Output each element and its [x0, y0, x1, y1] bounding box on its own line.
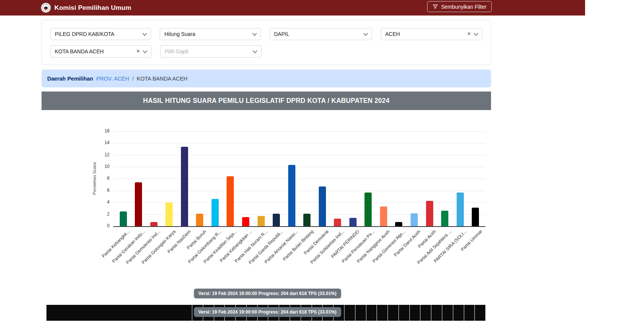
brand-title: Komisi Pemilihan Umum	[54, 4, 131, 12]
chevron-down-icon	[473, 32, 479, 37]
select-pilih-dapil[interactable]: Pilih Dapil	[160, 45, 261, 57]
bar-partai-aceh[interactable]	[426, 201, 433, 227]
bar-partai-buruh[interactable]	[196, 214, 203, 226]
chevron-down-icon	[363, 32, 368, 37]
gridline	[113, 167, 485, 167]
gridline	[113, 131, 485, 132]
table-header-cell	[377, 305, 388, 321]
table-header-cell	[355, 305, 366, 321]
bar-partai-gerakan-indo[interactable]	[135, 182, 142, 226]
select-provinsi-value: ACEH	[385, 31, 400, 37]
filter-row-2: KOTA BANDA ACEH×Pilih Dapil	[50, 45, 482, 57]
bar-partai-generasi-atje[interactable]	[395, 222, 402, 226]
table-header-cell	[464, 305, 475, 321]
bar-partai-adil-sejahtera[interactable]	[441, 211, 448, 226]
clear-icon[interactable]: ×	[136, 48, 140, 54]
select-kab-kota[interactable]: KOTA BANDA ACEH×	[50, 45, 151, 57]
select-pilih-dapil-value: Pilih Dapil	[165, 48, 188, 54]
kpu-logo-icon	[41, 3, 51, 13]
table-header-cell	[431, 305, 442, 321]
bar-partai-kebangkitan[interactable]	[242, 217, 249, 226]
bar-partai-garda-republi[interactable]	[273, 214, 280, 226]
bar-partai-nanggroe-aceh[interactable]	[380, 207, 387, 226]
chart-title: HASIL HITUNG SUARA PEMILU LEGISLATIF DPR…	[42, 92, 491, 110]
bar-partai-demokrasi-ind[interactable]	[150, 222, 158, 226]
version-progress-badge: Versi: 19 Feb 2024 19:00:00 Progress: 20…	[194, 289, 341, 298]
filter-card: PILEG DPRD KAB/KOTAHitung SuaraDAPILACEH…	[42, 20, 491, 65]
brand-home-link[interactable]: Komisi Pemilihan Umum	[41, 3, 131, 13]
bar-partai-golongan-karya[interactable]	[165, 202, 173, 226]
chevron-down-icon	[252, 32, 257, 37]
y-axis-tick: 6	[94, 188, 110, 193]
select-jenis-pemilu-value: PILEG DPRD KAB/KOTA	[55, 31, 114, 37]
select-hitung-suara-value: Hitung Suara	[164, 31, 195, 37]
breadcrumb-current: KOTA BANDA ACEH	[137, 76, 187, 82]
clear-icon[interactable]: ×	[467, 30, 471, 37]
y-axis-tick: 0	[94, 223, 110, 228]
y-axis-tick: 8	[94, 175, 110, 181]
page: Komisi Pemilihan Umum Sembunyikan Filter…	[0, 0, 644, 323]
app-header: Komisi Pemilihan Umum Sembunyikan Filter	[0, 0, 585, 16]
bar-partai-amanat-nasio[interactable]	[288, 165, 295, 226]
y-axis-tick: 12	[94, 152, 110, 157]
table-header-cell	[388, 305, 398, 321]
bar-partai-perindo[interactable]	[349, 218, 357, 226]
chevron-down-icon	[142, 32, 147, 37]
bar-partai-kebangkit[interactable]	[120, 211, 127, 226]
breadcrumb: Daerah Pemilihan PROV. ACEH / KOTA BANDA…	[42, 70, 491, 87]
chevron-down-icon	[252, 49, 258, 54]
y-axis-tick: 14	[94, 140, 110, 145]
table-header-cell	[453, 305, 464, 321]
bar-partai-solidaritas-ind[interactable]	[334, 219, 341, 226]
bar-partai-bulan-bintang[interactable]	[303, 214, 310, 226]
select-provinsi[interactable]: ACEH×	[381, 28, 482, 40]
y-axis-label: Perolehan Suara	[92, 158, 97, 199]
filter-funnel-icon	[432, 4, 438, 9]
bar-partai-demokrat[interactable]	[319, 186, 326, 226]
bar-partai-sira-soli[interactable]	[457, 193, 464, 227]
version-progress-badge-bottom: Versi: 19 Feb 2024 19:00:00 Progress: 20…	[194, 307, 341, 317]
select-hitung-suara[interactable]: Hitung Suara	[160, 28, 261, 40]
gridline	[113, 179, 485, 179]
gridline	[113, 191, 485, 191]
table-header-cell	[398, 305, 409, 321]
y-axis-tick: 2	[94, 211, 110, 217]
gridline	[113, 143, 485, 143]
x-axis-line	[113, 226, 485, 227]
bar-partai-nasdem[interactable]	[181, 147, 188, 226]
hide-filter-button[interactable]: Sembunyikan Filter	[427, 1, 492, 12]
table-header-cell	[474, 305, 485, 321]
breadcrumb-link-prov-aceh[interactable]: PROV. ACEH	[96, 76, 129, 82]
bar-partai-gelombang-r[interactable]	[212, 199, 219, 226]
bar-partai-darul-aceh[interactable]	[411, 213, 418, 227]
filter-row-1: PILEG DPRD KAB/KOTAHitung SuaraDAPILACEH…	[50, 28, 482, 40]
y-axis-tick: 16	[94, 128, 110, 134]
gridline	[113, 155, 485, 155]
select-tingkat-dapil[interactable]: DAPIL	[270, 28, 372, 40]
table-header-cell	[420, 305, 431, 321]
select-tingkat-dapil-value: DAPIL	[274, 31, 289, 37]
table-header-first-cell	[46, 305, 192, 321]
hide-filter-label: Sembunyikan Filter	[441, 4, 486, 10]
bar-chart: Versi: 19 Feb 2024 19:00:00 Progress: 20…	[42, 110, 491, 305]
bar-partai-ummat[interactable]	[472, 208, 479, 226]
breadcrumb-label: Daerah Pemilihan	[47, 76, 93, 82]
bar-partai-persatuan-pe[interactable]	[364, 193, 372, 227]
table-header-cell	[366, 305, 377, 321]
chevron-down-icon	[142, 49, 148, 54]
table-header-cell	[409, 305, 420, 321]
breadcrumb-separator: /	[132, 76, 134, 82]
y-axis-tick: 10	[94, 164, 110, 169]
select-jenis-pemilu[interactable]: PILEG DPRD KAB/KOTA	[50, 28, 151, 40]
table-header-cell	[442, 305, 453, 321]
y-axis-tick: 4	[94, 199, 110, 205]
table-header-cell	[344, 305, 355, 321]
bar-partai-hati-nurani-r[interactable]	[258, 216, 265, 226]
select-kab-kota-value: KOTA BANDA ACEH	[55, 48, 104, 54]
bar-partai-keadilan-seja[interactable]	[227, 176, 234, 226]
